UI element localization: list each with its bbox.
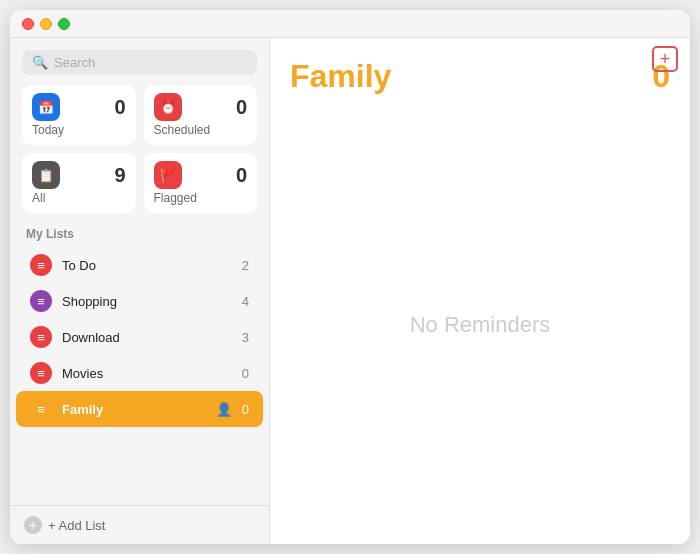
download-count: 3	[242, 330, 249, 345]
scheduled-count: 0	[236, 96, 247, 119]
add-list-plus-icon: +	[24, 516, 42, 534]
add-reminder-button[interactable]: +	[652, 46, 678, 72]
smart-list-today[interactable]: 📅 0 Today	[22, 85, 136, 145]
todo-icon: ≡	[30, 254, 52, 276]
list-items: ≡ To Do 2 ≡ Shopping 4 ≡	[10, 247, 269, 505]
close-button[interactable]	[22, 18, 34, 30]
all-count: 9	[114, 164, 125, 187]
todo-name: To Do	[62, 258, 232, 273]
today-icon: 📅	[32, 93, 60, 121]
flagged-icon: 🚩	[154, 161, 182, 189]
movies-name: Movies	[62, 366, 232, 381]
family-count: 0	[242, 402, 249, 417]
smart-lists-grid: 📅 0 Today ⏰ 0 Scheduled	[10, 85, 269, 223]
search-icon: 🔍	[32, 55, 48, 70]
today-label: Today	[32, 123, 126, 137]
todo-count: 2	[242, 258, 249, 273]
shopping-icon: ≡	[30, 290, 52, 312]
all-icon: 📋	[32, 161, 60, 189]
scheduled-label: Scheduled	[154, 123, 248, 137]
list-item-download[interactable]: ≡ Download 3	[16, 319, 263, 355]
list-item-todo[interactable]: ≡ To Do 2	[16, 247, 263, 283]
smart-list-scheduled[interactable]: ⏰ 0 Scheduled	[144, 85, 258, 145]
flagged-label: Flagged	[154, 191, 248, 205]
flagged-count: 0	[236, 164, 247, 187]
add-list-button[interactable]: + + Add List	[10, 505, 269, 544]
download-icon: ≡	[30, 326, 52, 348]
search-placeholder: Search	[54, 55, 95, 70]
search-bar[interactable]: 🔍 Search	[22, 50, 257, 75]
main-title: Family	[290, 58, 391, 95]
list-item-shopping[interactable]: ≡ Shopping 4	[16, 283, 263, 319]
no-reminders-text: No Reminders	[410, 312, 551, 338]
download-name: Download	[62, 330, 232, 345]
main-header: Family 0	[270, 38, 690, 105]
smart-list-flagged[interactable]: 🚩 0 Flagged	[144, 153, 258, 213]
family-icon: ≡	[30, 398, 52, 420]
today-count: 0	[114, 96, 125, 119]
shopping-count: 4	[242, 294, 249, 309]
sidebar: 🔍 Search 📅 0 Today	[10, 38, 270, 544]
family-shared-icon: 👤	[216, 402, 232, 417]
app-window: 🔍 Search 📅 0 Today	[10, 10, 690, 544]
all-label: All	[32, 191, 126, 205]
no-reminders-area: No Reminders	[270, 105, 690, 544]
titlebar	[10, 10, 690, 38]
add-list-label: + Add List	[48, 518, 105, 533]
main-content: + Family 0 No Reminders	[270, 38, 690, 544]
plus-icon: +	[660, 49, 671, 70]
list-item-family[interactable]: ≡ Family 👤 0	[16, 391, 263, 427]
traffic-lights	[22, 18, 70, 30]
maximize-button[interactable]	[58, 18, 70, 30]
shopping-name: Shopping	[62, 294, 232, 309]
list-item-movies[interactable]: ≡ Movies 0	[16, 355, 263, 391]
scheduled-icon: ⏰	[154, 93, 182, 121]
movies-icon: ≡	[30, 362, 52, 384]
my-lists-section-label: My Lists	[10, 223, 269, 247]
movies-count: 0	[242, 366, 249, 381]
family-name: Family	[62, 402, 206, 417]
content-area: 🔍 Search 📅 0 Today	[10, 38, 690, 544]
minimize-button[interactable]	[40, 18, 52, 30]
smart-list-all[interactable]: 📋 9 All	[22, 153, 136, 213]
